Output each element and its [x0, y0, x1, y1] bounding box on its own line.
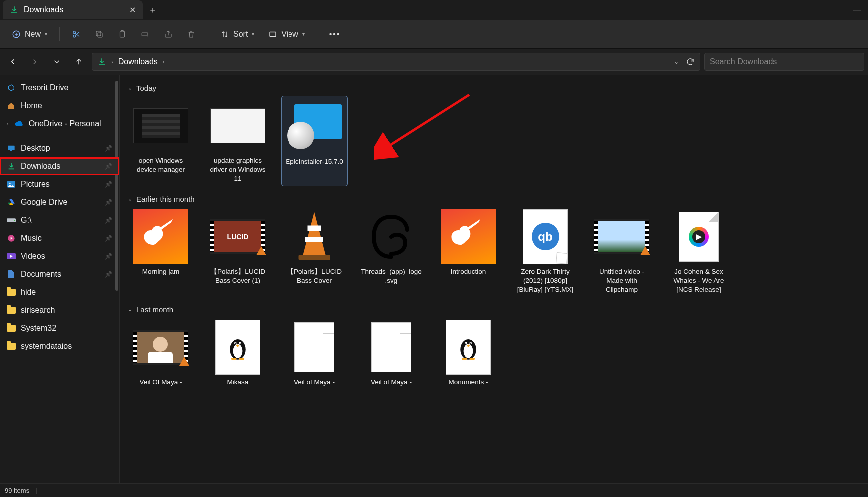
file-thumbnail [364, 320, 419, 375]
rename-icon [141, 30, 150, 39]
file-item[interactable]: Veil of Maya - [358, 318, 424, 389]
sidebar-item-videos[interactable]: Videos📌 [0, 247, 119, 265]
sidebar-item-hide[interactable]: hide [0, 283, 119, 301]
address-history-button[interactable]: ⌄ [674, 58, 679, 65]
cut-button[interactable] [67, 27, 86, 42]
address-bar[interactable]: › Downloads › ⌄ [92, 53, 700, 71]
address-row: › Downloads › ⌄ Search Downloads [0, 49, 868, 75]
file-name-label: 【Polaris】LUCID Bass Cover (1) [207, 267, 269, 285]
file-thumbnail [210, 320, 265, 375]
sidebar-item-google-drive[interactable]: Google Drive📌 [0, 193, 119, 211]
tab-title: Downloads [24, 5, 63, 14]
file-name-label: 【Polaris】LUCID Bass Cover [284, 267, 345, 285]
file-item[interactable]: Untitled video - Made with Clipchamp [589, 207, 655, 297]
rename-button[interactable] [136, 27, 155, 42]
sidebar-item-label: Music [21, 234, 42, 243]
refresh-icon[interactable] [686, 57, 695, 66]
breadcrumb-location[interactable]: Downloads [118, 57, 158, 66]
sidebar-item-system32[interactable]: System32 [0, 319, 119, 337]
forward-button[interactable] [26, 53, 44, 71]
file-item[interactable]: Introduction [435, 207, 501, 297]
sidebar-item-home[interactable]: Home [0, 97, 119, 115]
sidebar-item-g-[interactable]: G:\📌 [0, 211, 119, 229]
file-item[interactable]: update graphics driver on Windows 11 [205, 96, 271, 186]
file-thumbnail [133, 209, 188, 264]
delete-button[interactable] [182, 27, 201, 42]
svg-rect-3 [98, 33, 102, 37]
group-header[interactable]: ⌄Earlier this month [128, 195, 860, 203]
svg-point-27 [231, 358, 237, 360]
sidebar-item-onedrive-personal[interactable]: ›OneDrive - Personal [0, 115, 119, 133]
file-item[interactable]: Monuments - [435, 318, 501, 389]
file-item[interactable]: Veil of Maya - [282, 318, 347, 389]
pin-icon: 📌 [105, 235, 112, 242]
sidebar-item-label: Home [21, 101, 42, 110]
minimize-button[interactable]: ― [845, 0, 868, 20]
search-input[interactable]: Search Downloads [704, 53, 864, 71]
sidebar-item-downloads[interactable]: Downloads📌 [0, 157, 119, 175]
plus-circle-icon [12, 30, 21, 39]
clipboard-icon [118, 30, 127, 39]
up-button[interactable] [70, 53, 88, 71]
group-header[interactable]: ⌄Last month [128, 305, 860, 314]
sidebar-item-documents[interactable]: Documents📌 [0, 265, 119, 283]
pin-icon: 📌 [105, 145, 112, 152]
file-name-label: Threads_(app)_logo.svg [360, 267, 422, 285]
chevron-down-icon: ▾ [302, 31, 305, 37]
svg-point-34 [470, 343, 471, 344]
sidebar-item-label: hide [21, 288, 36, 297]
svg-rect-4 [96, 31, 101, 36]
sidebar-item-music[interactable]: Music📌 [0, 229, 119, 247]
new-button[interactable]: New ▾ [7, 27, 52, 42]
sidebar-item-tresorit-drive[interactable]: Tresorit Drive [0, 79, 119, 97]
sidebar-item-systemdataios[interactable]: systemdataios [0, 337, 119, 355]
file-item[interactable]: Mikasa [205, 318, 271, 389]
svg-point-35 [462, 358, 467, 360]
pin-icon: 📌 [105, 217, 112, 224]
file-item[interactable]: Threads_(app)_logo.svg [358, 207, 424, 297]
file-item[interactable]: LUCID【Polaris】LUCID Bass Cover (1) [205, 207, 271, 297]
arrow-left-icon [8, 57, 17, 66]
svg-rect-8 [270, 32, 276, 36]
file-item[interactable]: Morning jam [128, 207, 194, 297]
file-thumbnail [594, 209, 649, 264]
copy-icon [95, 30, 104, 39]
desktop-icon [7, 144, 16, 153]
file-item[interactable]: Veil Of Maya - [128, 318, 194, 389]
sidebar-item-label: sirisearch [21, 306, 55, 315]
view-button[interactable]: View ▾ [263, 27, 309, 42]
file-name-label: Veil of Maya - [294, 378, 335, 387]
file-item[interactable]: EpicInstaller-15.7.0 [282, 96, 347, 186]
file-thumbnail: LUCID [210, 209, 265, 264]
file-item[interactable]: open Windows device manager [128, 96, 194, 186]
pin-icon: 📌 [105, 253, 112, 260]
recent-button[interactable] [48, 53, 66, 71]
breadcrumb-chevron-icon: › [111, 59, 113, 65]
svg-rect-10 [10, 150, 12, 151]
sidebar-item-desktop[interactable]: Desktop📌 [0, 139, 119, 157]
window-tab[interactable]: Downloads ✕ [3, 0, 143, 19]
paste-button[interactable] [113, 27, 132, 42]
copy-button[interactable] [90, 27, 109, 42]
sidebar-item-sirisearch[interactable]: sirisearch [0, 301, 119, 319]
file-item[interactable]: 【Polaris】LUCID Bass Cover [282, 207, 347, 297]
file-item[interactable]: ▶Jo Cohen & Sex Whales - We Are [NCS Rel… [666, 207, 732, 297]
pin-icon: 📌 [105, 199, 112, 206]
sort-icon [220, 30, 229, 39]
drive-icon [7, 216, 16, 225]
back-button[interactable] [4, 53, 22, 71]
new-tab-button[interactable]: ＋ [143, 4, 163, 16]
sidebar-item-pictures[interactable]: Pictures📌 [0, 175, 119, 193]
file-grid: Morning jamLUCID【Polaris】LUCID Bass Cove… [128, 207, 860, 297]
more-button[interactable]: ••• [324, 27, 346, 42]
sort-button[interactable]: Sort ▾ [215, 27, 259, 42]
close-tab-button[interactable]: ✕ [129, 5, 136, 15]
group-header[interactable]: ⌄Today [128, 84, 860, 92]
documents-icon [7, 270, 16, 279]
ellipsis-icon: ••• [329, 30, 341, 39]
share-button[interactable] [159, 27, 178, 42]
file-item[interactable]: qbZero Dark Thirty (2012) [1080p] [BluRa… [512, 207, 578, 297]
folder-icon [7, 306, 16, 315]
status-divider: | [35, 487, 37, 494]
file-thumbnail [287, 99, 342, 154]
